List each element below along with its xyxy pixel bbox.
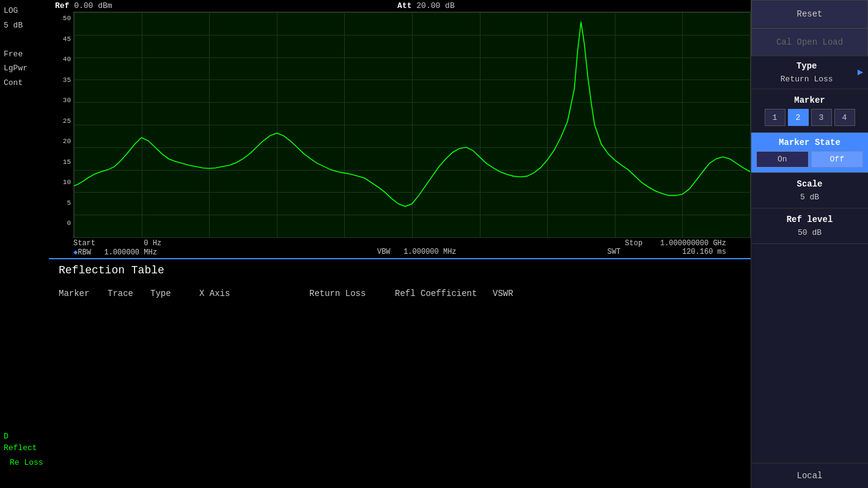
marker-btn-3[interactable]: 3	[811, 109, 832, 126]
x-axis-row: Start 0 Hz ◆RBW 1.000000 MHz VBW 1.00000…	[49, 238, 751, 258]
scale-value: 5 dB	[756, 193, 863, 202]
rbw-display: ◆RBW 1.000000 MHz	[73, 248, 226, 257]
log-label: LOG	[4, 5, 45, 17]
ref-display: Ref 0.00 dBm	[55, 1, 112, 10]
marker-buttons: 1 2 3 4	[756, 109, 863, 126]
main-area: Ref 0.00 dBm Att 20.00 dB 50 45 40 35 30…	[49, 0, 751, 488]
chart-area: 50 45 40 35 30 25 20 15 10 5 0	[49, 12, 751, 238]
ref-level-section: Ref level 50 dB	[751, 209, 868, 244]
marker-state-title: Marker State	[756, 138, 863, 147]
right-sidebar: Reset Cal Open Load Type Return Loss ► M…	[751, 0, 868, 488]
start-display: Start 0 Hz	[73, 239, 226, 248]
swt-display: SWT 120.160 ms	[608, 248, 726, 256]
marker-state-on-button[interactable]: On	[756, 151, 809, 168]
att-display: Att 20.00 dB	[397, 1, 455, 10]
col-returnloss-header: Return Loss	[309, 289, 395, 298]
marker-btn-1[interactable]: 1	[765, 109, 785, 126]
scale-label: 5 dB	[4, 20, 45, 32]
spacer-label	[4, 34, 45, 46]
ref-level-value: 50 dB	[756, 228, 863, 237]
chart-plot	[73, 12, 751, 238]
re-loss-label: Re Loss	[4, 457, 45, 469]
marker-state-off-button[interactable]: Off	[811, 151, 864, 168]
lgpwr-label: LgPwr	[4, 62, 45, 75]
vbw-info: VBW 1.000000 MHz	[226, 239, 608, 257]
marker-title: Marker	[756, 95, 863, 105]
table-header: Marker Trace Type X Axis Return Loss Ref…	[59, 286, 741, 301]
marker-section: Marker 1 2 3 4	[751, 89, 868, 133]
d-reflect-label: D Reflect	[4, 431, 45, 454]
type-arrow-icon: ►	[857, 67, 863, 78]
signal-trace	[74, 12, 750, 237]
scale-title: Scale	[756, 179, 863, 189]
type-section[interactable]: Type Return Loss ►	[751, 56, 868, 89]
vbw-display: VBW 1.000000 MHz	[226, 248, 608, 256]
type-title: Type	[756, 61, 857, 71]
col-vswr-header: VSWR	[493, 289, 554, 298]
local-label[interactable]: Local	[751, 463, 868, 488]
y-axis: 50 45 40 35 30 25 20 15 10 5 0	[49, 12, 73, 238]
col-type-header: Type	[150, 289, 199, 298]
stop-info: Stop 1.000000000 GHz SWT 120.160 ms	[608, 239, 726, 257]
chart-header: Ref 0.00 dBm Att 20.00 dB	[49, 0, 751, 12]
marker-state-section: Marker State On Off	[751, 133, 868, 173]
marker-btn-4[interactable]: 4	[834, 109, 855, 126]
col-xaxis-header: X Axis	[199, 289, 309, 298]
stop-display: Stop 1.000000000 GHz	[608, 239, 726, 248]
col-trace-header: Trace	[108, 289, 150, 298]
reflection-section: Reflection Table Marker Trace Type X Axi…	[49, 258, 751, 488]
free-label: Free	[4, 48, 45, 61]
col-marker-header: Marker	[59, 289, 108, 298]
sidebar-spacer	[751, 244, 868, 463]
start-info: Start 0 Hz ◆RBW 1.000000 MHz	[73, 239, 226, 257]
type-value: Return Loss	[756, 75, 857, 84]
cont-label: Cont	[4, 77, 45, 89]
cal-open-load-button[interactable]: Cal Open Load	[751, 28, 868, 56]
marker-btn-2[interactable]: 2	[788, 109, 809, 126]
marker-state-buttons: On Off	[756, 151, 863, 168]
reset-button[interactable]: Reset	[751, 0, 868, 28]
col-refl-header: Refl Coefficient	[395, 289, 493, 298]
ref-level-title: Ref level	[756, 215, 863, 224]
left-panel: LOG 5 dB Free LgPwr Cont D Reflect Re Lo…	[0, 0, 49, 488]
scale-section: Scale 5 dB	[751, 173, 868, 209]
reflection-title: Reflection Table	[59, 264, 741, 276]
